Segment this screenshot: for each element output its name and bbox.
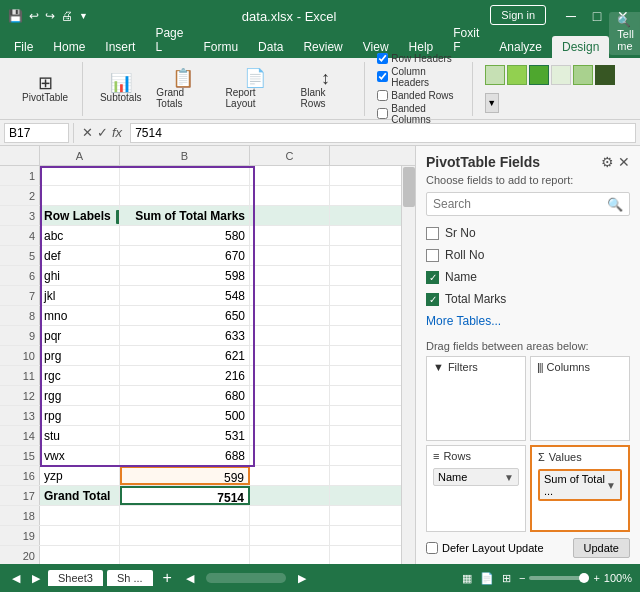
drag-area-filters[interactable]: ▼ Filters [426,356,526,441]
style-dropdown-btn[interactable]: ▼ [485,93,499,113]
cell-c20[interactable] [250,546,330,564]
banded-cols-check[interactable]: Banded Columns [377,103,464,125]
rows-tag-name[interactable]: Name ▼ [433,468,519,486]
tab-design[interactable]: Design [552,36,609,58]
subtotals-button[interactable]: 📊 Subtotals [95,70,146,107]
blank-rows-button[interactable]: ↕ Blank Rows [295,65,357,113]
cell-c2[interactable] [250,186,330,205]
pivot-search-box[interactable]: 🔍 [426,192,630,216]
tab-page-layout[interactable]: Page L [145,22,193,58]
col-header-b[interactable]: B [120,146,250,165]
cell-a8[interactable]: mno [40,306,120,325]
minimize-icon[interactable]: ─ [562,7,580,25]
cancel-formula-icon[interactable]: ✕ [82,125,93,140]
cell-c10[interactable] [250,346,330,365]
cell-b7[interactable]: 548 [120,286,250,305]
drag-area-values[interactable]: Σ Values Sum of Total ... ▼ [530,445,630,532]
style-swatch-3[interactable] [529,65,549,85]
vertical-scrollbar[interactable] [401,166,415,564]
cell-a20[interactable] [40,546,120,564]
cell-a3[interactable]: Row Labels ▼ [40,206,120,225]
view-page-layout-icon[interactable]: 📄 [480,572,494,585]
style-swatch-5[interactable] [573,65,593,85]
cell-c12[interactable] [250,386,330,405]
view-page-break-icon[interactable]: ⊞ [502,572,511,585]
col-header-a[interactable]: A [40,146,120,165]
tab-insert[interactable]: Insert [95,36,145,58]
cell-b13[interactable]: 500 [120,406,250,425]
cell-a7[interactable]: jkl [40,286,120,305]
tab-formulas[interactable]: Formu [193,36,248,58]
scroll-sheets-left[interactable]: ◀ [8,572,24,585]
cell-b4[interactable]: 580 [120,226,250,245]
cell-a1[interactable] [40,166,120,185]
cell-c8[interactable] [250,306,330,325]
cell-c15[interactable] [250,446,330,465]
col-header-c[interactable]: C [250,146,330,165]
cell-a19[interactable] [40,526,120,545]
cell-a17[interactable]: Grand Total [40,486,120,505]
zoom-plus-icon[interactable]: + [593,572,599,584]
cell-c6[interactable] [250,266,330,285]
zoom-slider-track[interactable] [529,576,589,580]
tab-data[interactable]: Data [248,36,293,58]
cell-a13[interactable]: rpg [40,406,120,425]
horizontal-scrollbar[interactable] [206,573,286,583]
cell-c17[interactable] [250,486,330,505]
cell-c9[interactable] [250,326,330,345]
pivot-settings-icon[interactable]: ⚙ [601,154,614,170]
cell-b8[interactable]: 650 [120,306,250,325]
tab-file[interactable]: File [4,36,43,58]
style-swatch-1[interactable] [485,65,505,85]
cell-a4[interactable]: abc [40,226,120,245]
field-sr-no-checkbox[interactable] [426,227,439,240]
cell-a5[interactable]: def [40,246,120,265]
print-icon[interactable]: 🖨 [61,9,73,23]
col-headers-check[interactable]: Column Headers [377,66,464,88]
cell-c5[interactable] [250,246,330,265]
cell-a10[interactable]: prg [40,346,120,365]
quick-access-dropdown[interactable]: ▼ [79,11,88,21]
style-swatch-4[interactable] [551,65,571,85]
tell-me-box[interactable]: 🔍 Tell me [609,12,640,55]
cell-b1[interactable] [120,166,250,185]
style-swatch-2[interactable] [507,65,527,85]
redo-icon[interactable]: ↪ [45,9,55,23]
cell-a6[interactable]: ghi [40,266,120,285]
cell-b20[interactable] [120,546,250,564]
values-tag-sum-arrow[interactable]: ▼ [606,480,616,491]
formula-input[interactable] [130,123,636,143]
spreadsheet[interactable]: A B C 1 2 3 Row Labels ▼ [0,146,415,564]
cell-b2[interactable] [120,186,250,205]
cell-b5[interactable]: 670 [120,246,250,265]
cell-b16[interactable]: 599 [120,466,250,485]
sheet-tab-sh[interactable]: Sh ... [107,570,153,586]
cell-b18[interactable] [120,506,250,525]
cell-b3[interactable]: Sum of Total Marks [120,206,250,225]
pivot-options-button[interactable]: ⊞ PivotTable [16,70,74,107]
cell-a15[interactable]: vwx [40,446,120,465]
cell-b14[interactable]: 531 [120,426,250,445]
cell-a2[interactable] [40,186,120,205]
zoom-minus-icon[interactable]: − [519,572,525,584]
cell-c16[interactable] [250,466,330,485]
cell-a9[interactable]: pqr [40,326,120,345]
cell-c18[interactable] [250,506,330,525]
report-layout-button[interactable]: 📄 Report Layout [220,65,291,113]
more-tables-link[interactable]: More Tables... [416,310,640,332]
field-name-checkbox[interactable]: ✓ [426,271,439,284]
cell-b17[interactable]: 7514 [120,486,250,505]
sign-in-button[interactable]: Sign in [490,5,546,25]
cell-c14[interactable] [250,426,330,445]
cell-a12[interactable]: rgg [40,386,120,405]
cell-c1[interactable] [250,166,330,185]
confirm-formula-icon[interactable]: ✓ [97,125,108,140]
cell-c13[interactable] [250,406,330,425]
undo-icon[interactable]: ↩ [29,9,39,23]
tab-home[interactable]: Home [43,36,95,58]
cell-reference-box[interactable] [4,123,69,143]
field-total-marks-checkbox[interactable]: ✓ [426,293,439,306]
sheet-tab-sheet3[interactable]: Sheet3 [48,570,103,586]
field-sr-no[interactable]: Sr No [426,222,630,244]
field-name[interactable]: ✓ Name [426,266,630,288]
